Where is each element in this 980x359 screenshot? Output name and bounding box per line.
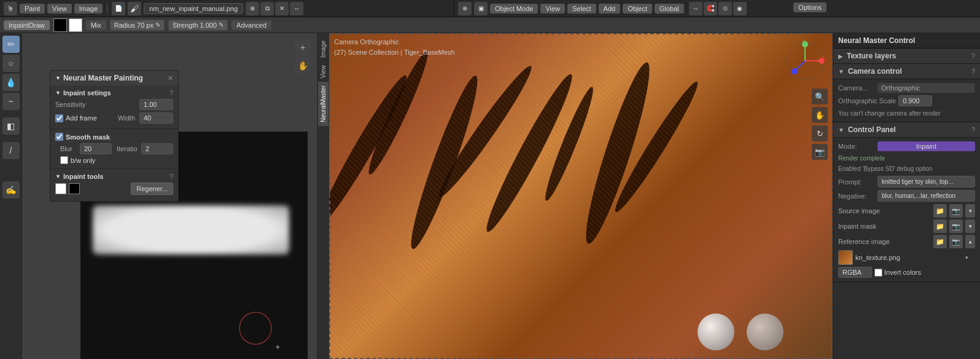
proportional-icon[interactable]: ⊙: [718, 2, 732, 15]
source-image-camera-btn[interactable]: 📷: [949, 204, 963, 218]
rgba-dropdown[interactable]: RGBA: [838, 267, 872, 278]
3d-icon[interactable]: ⊕: [458, 2, 472, 15]
control-panel-body: Mode: Inpaint Render complete Enabled 'B…: [833, 138, 980, 282]
ortho-scale-value[interactable]: 0.900: [898, 95, 932, 106]
reference-image-camera-btn[interactable]: 📷: [949, 235, 963, 248]
extra-icon-1[interactable]: ⊕: [246, 2, 259, 15]
viewport-gizmo[interactable]: X Y Z: [784, 39, 826, 82]
reference-image-browse-btn[interactable]: 📁: [933, 235, 947, 248]
camera-control-help[interactable]: ?: [971, 68, 975, 75]
view-zoom-btn[interactable]: 🔍: [812, 89, 828, 105]
extra-icon-4[interactable]: ↔: [290, 2, 303, 15]
texture-dropdown-icon[interactable]: ▾: [965, 254, 975, 261]
viewport-nav-buttons: 🔍 ✋ ↻ 📷: [812, 89, 828, 160]
add-menu-3d[interactable]: Add: [599, 4, 621, 14]
color-background[interactable]: [69, 18, 82, 32]
blur-field[interactable]: 20: [80, 143, 112, 154]
snap-icon[interactable]: 🧲: [704, 2, 717, 15]
select-menu-3d[interactable]: Select: [567, 4, 596, 14]
negative-label: Negative:: [838, 192, 875, 200]
inpaint-tools-collapse-icon: ▼: [55, 173, 61, 180]
tab-neuralmaster[interactable]: NeuralMaster: [318, 82, 329, 126]
mode-label[interactable]: InpaintDraw: [4, 20, 50, 30]
source-image-dropdown-btn[interactable]: ▾: [965, 204, 975, 218]
add-frame-check[interactable]: [55, 114, 63, 122]
mix-dropdown[interactable]: Mix: [86, 20, 106, 30]
inpaint-mask-label: Inpaint mask: [838, 223, 931, 230]
canvas-area: + ✋ + ▼ Neural Master Painting ✕: [22, 33, 317, 359]
options-btn[interactable]: Options: [793, 2, 826, 12]
prompt-value[interactable]: knitted tiger toy skin, top...: [877, 176, 975, 187]
eraser-btn[interactable]: /: [2, 142, 20, 159]
control-panel-header[interactable]: ▼ Control Panel ?: [833, 122, 980, 138]
extra-icon-3[interactable]: ✕: [275, 2, 289, 15]
bg-color-swatch[interactable]: [69, 183, 80, 194]
mode-value[interactable]: Inpaint: [877, 141, 975, 151]
view-camera-btn[interactable]: 📷: [812, 144, 828, 160]
inpaint-tools-help-icon[interactable]: ?: [169, 173, 173, 180]
regenerate-button[interactable]: Regener...: [131, 183, 173, 195]
select-box-icon[interactable]: ▣: [474, 2, 488, 15]
add-frame-checkbox[interactable]: Add frame: [55, 114, 97, 122]
tab-image[interactable]: Image: [318, 37, 329, 61]
inpaint-tools-header[interactable]: ▼ Inpaint tools ?: [55, 173, 173, 180]
view-menu[interactable]: View: [47, 4, 72, 14]
inpaint-mask-browse-btn[interactable]: 📁: [933, 219, 947, 233]
workspace-icon[interactable]: 🖱: [4, 2, 17, 15]
width-field[interactable]: 40: [139, 112, 173, 124]
invert-colors-checkbox[interactable]: [874, 269, 882, 277]
3d-viewport[interactable]: Camera Orthographic (27) Scene Collectio…: [329, 33, 833, 359]
color-foreground[interactable]: [53, 18, 67, 32]
inpaint-mask-camera-btn[interactable]: 📷: [949, 219, 963, 233]
bypass-sd-msg: Enabled 'Bypass SD' debug option: [838, 164, 975, 173]
sensitivity-field[interactable]: 1.00: [139, 99, 173, 110]
clone-btn[interactable]: ◧: [2, 117, 20, 135]
smooth-mask-checkbox[interactable]: Smooth mask: [55, 133, 110, 141]
paint-menu[interactable]: Paint: [20, 4, 45, 14]
negative-value[interactable]: blur, human,...lar, reflection: [877, 190, 975, 202]
tab-view[interactable]: View: [318, 61, 329, 82]
view-menu-3d[interactable]: View: [540, 4, 565, 14]
texture-layers-help[interactable]: ?: [971, 52, 975, 60]
draw-brush-btn[interactable]: ✏: [2, 36, 20, 53]
extra-icon-2[interactable]: ⧉: [260, 2, 274, 15]
fg-color-swatch[interactable]: [55, 183, 66, 194]
reference-image-dropdown-btn[interactable]: ▴: [965, 235, 975, 248]
control-panel-help[interactable]: ?: [971, 126, 975, 133]
inpaint-help-icon[interactable]: ?: [169, 89, 173, 97]
bw-only-checkbox[interactable]: b/w only: [60, 156, 95, 164]
invert-colors-label[interactable]: Invert colors: [874, 269, 921, 277]
zoom-out-icon[interactable]: ✋: [295, 58, 311, 74]
zoom-in-icon[interactable]: +: [295, 39, 311, 55]
view-rotate-btn[interactable]: ↻: [812, 125, 828, 141]
smooth-mask-check[interactable]: [55, 133, 63, 141]
blur-btn[interactable]: ○: [2, 55, 20, 72]
annotate-btn[interactable]: ✍: [2, 181, 20, 199]
nmp-panel-header[interactable]: ▼ Neural Master Painting ✕: [50, 71, 178, 85]
color-pick-btn[interactable]: 💧: [2, 74, 20, 91]
camera-control-header[interactable]: ▼ Camera control ?: [833, 64, 980, 79]
object-mode-dropdown[interactable]: Object Mode: [490, 4, 538, 14]
iteration-field[interactable]: 2: [141, 143, 173, 154]
source-image-browse-btn[interactable]: 📁: [933, 204, 947, 218]
advanced-btn[interactable]: Advanced: [231, 20, 271, 30]
paint-stroke-blob: [93, 205, 289, 254]
texture-name: kn_texture.png: [855, 254, 963, 261]
color-swatches: [53, 18, 82, 32]
bw-only-check[interactable]: [60, 156, 68, 164]
strength-field[interactable]: Strength 1.000 ✎: [168, 20, 228, 31]
inpaint-settings-header[interactable]: ▼ Inpaint setings ?: [55, 89, 173, 97]
view-pan-btn[interactable]: ✋: [812, 107, 828, 123]
image-menu[interactable]: Image: [74, 4, 103, 14]
file-name-field[interactable]: nm_new_inpaint_manual.png: [144, 3, 243, 14]
transform-icon[interactable]: ↔: [689, 2, 702, 15]
radius-field[interactable]: Radius 70 px ✎: [110, 20, 165, 31]
nmp-close-icon[interactable]: ✕: [168, 74, 173, 82]
inpaint-mask-dropdown-btn[interactable]: ▾: [965, 219, 975, 233]
object-menu-3d[interactable]: Object: [623, 4, 652, 14]
texture-layers-section-header[interactable]: ▶ Texture layers ?: [833, 49, 980, 64]
shading-icon[interactable]: ◉: [733, 2, 747, 15]
smear-btn[interactable]: ~: [2, 93, 20, 110]
global-dropdown[interactable]: Global: [655, 4, 684, 14]
brush-icon: 🖌: [128, 2, 141, 15]
